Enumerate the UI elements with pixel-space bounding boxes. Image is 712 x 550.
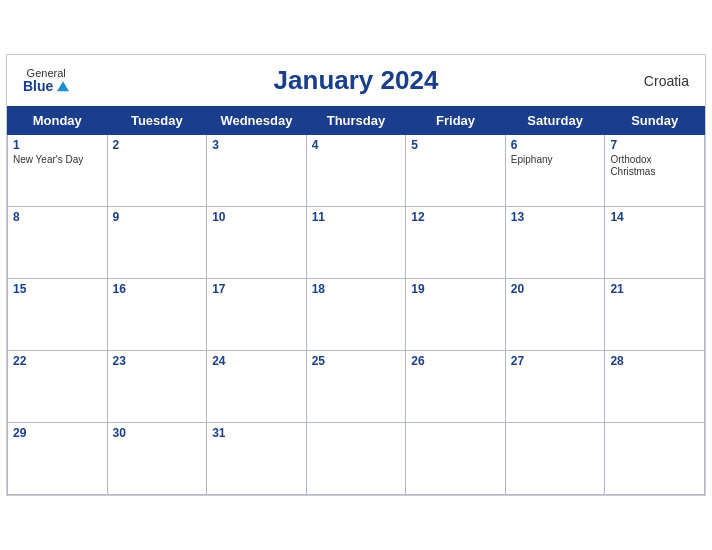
holiday-label: New Year's Day <box>13 154 102 166</box>
day-number: 7 <box>610 138 699 152</box>
day-cell: 8 <box>8 207 108 279</box>
country-label: Croatia <box>644 73 689 89</box>
day-number: 28 <box>610 354 699 368</box>
weekday-header-saturday: Saturday <box>505 107 605 135</box>
week-row-4: 22232425262728 <box>8 351 705 423</box>
day-number: 31 <box>212 426 301 440</box>
logo-blue-text: Blue <box>23 79 69 94</box>
weekday-header-thursday: Thursday <box>306 107 406 135</box>
day-cell: 29 <box>8 423 108 495</box>
weekday-header-tuesday: Tuesday <box>107 107 207 135</box>
day-cell: 15 <box>8 279 108 351</box>
weekday-header-row: MondayTuesdayWednesdayThursdayFridaySatu… <box>8 107 705 135</box>
day-cell: 14 <box>605 207 705 279</box>
calendar-grid: MondayTuesdayWednesdayThursdayFridaySatu… <box>7 106 705 495</box>
day-cell <box>406 423 506 495</box>
holiday-label: Epiphany <box>511 154 600 166</box>
day-number: 22 <box>13 354 102 368</box>
day-cell: 21 <box>605 279 705 351</box>
day-number: 26 <box>411 354 500 368</box>
day-number: 16 <box>113 282 202 296</box>
day-number: 27 <box>511 354 600 368</box>
day-number: 6 <box>511 138 600 152</box>
day-cell: 3 <box>207 135 307 207</box>
calendar-header: General Blue January 2024 Croatia <box>7 55 705 106</box>
week-row-1: 1New Year's Day23456Epiphany7Orthodox Ch… <box>8 135 705 207</box>
logo-triangle-icon <box>57 82 69 92</box>
day-cell: 28 <box>605 351 705 423</box>
day-cell: 30 <box>107 423 207 495</box>
day-cell: 17 <box>207 279 307 351</box>
day-number: 19 <box>411 282 500 296</box>
day-number: 29 <box>13 426 102 440</box>
day-number: 24 <box>212 354 301 368</box>
logo-area: General Blue <box>23 67 69 94</box>
calendar-title: January 2024 <box>274 65 439 96</box>
day-number: 15 <box>13 282 102 296</box>
day-cell: 18 <box>306 279 406 351</box>
day-cell: 16 <box>107 279 207 351</box>
day-cell: 23 <box>107 351 207 423</box>
weekday-header-sunday: Sunday <box>605 107 705 135</box>
day-cell: 5 <box>406 135 506 207</box>
day-cell: 4 <box>306 135 406 207</box>
day-number: 23 <box>113 354 202 368</box>
day-cell: 2 <box>107 135 207 207</box>
day-cell: 11 <box>306 207 406 279</box>
day-cell <box>605 423 705 495</box>
day-cell: 12 <box>406 207 506 279</box>
day-cell: 31 <box>207 423 307 495</box>
week-row-5: 293031 <box>8 423 705 495</box>
week-row-3: 15161718192021 <box>8 279 705 351</box>
day-number: 20 <box>511 282 600 296</box>
weekday-header-friday: Friday <box>406 107 506 135</box>
day-number: 14 <box>610 210 699 224</box>
day-cell: 20 <box>505 279 605 351</box>
day-number: 21 <box>610 282 699 296</box>
day-number: 4 <box>312 138 401 152</box>
day-cell: 6Epiphany <box>505 135 605 207</box>
day-cell: 10 <box>207 207 307 279</box>
day-number: 13 <box>511 210 600 224</box>
day-number: 10 <box>212 210 301 224</box>
day-cell: 9 <box>107 207 207 279</box>
day-number: 12 <box>411 210 500 224</box>
day-cell: 27 <box>505 351 605 423</box>
calendar-wrapper: General Blue January 2024 Croatia Monday… <box>6 54 706 496</box>
weekday-header-wednesday: Wednesday <box>207 107 307 135</box>
day-number: 30 <box>113 426 202 440</box>
day-number: 25 <box>312 354 401 368</box>
day-cell: 1New Year's Day <box>8 135 108 207</box>
holiday-label: Orthodox Christmas <box>610 154 699 178</box>
day-cell: 19 <box>406 279 506 351</box>
day-cell: 26 <box>406 351 506 423</box>
weekday-header-monday: Monday <box>8 107 108 135</box>
day-cell <box>505 423 605 495</box>
day-cell: 22 <box>8 351 108 423</box>
day-cell: 7Orthodox Christmas <box>605 135 705 207</box>
day-number: 9 <box>113 210 202 224</box>
day-number: 18 <box>312 282 401 296</box>
day-cell <box>306 423 406 495</box>
day-number: 2 <box>113 138 202 152</box>
day-number: 5 <box>411 138 500 152</box>
day-number: 3 <box>212 138 301 152</box>
week-row-2: 891011121314 <box>8 207 705 279</box>
day-number: 17 <box>212 282 301 296</box>
day-number: 11 <box>312 210 401 224</box>
day-number: 1 <box>13 138 102 152</box>
day-cell: 25 <box>306 351 406 423</box>
day-number: 8 <box>13 210 102 224</box>
day-cell: 24 <box>207 351 307 423</box>
day-cell: 13 <box>505 207 605 279</box>
